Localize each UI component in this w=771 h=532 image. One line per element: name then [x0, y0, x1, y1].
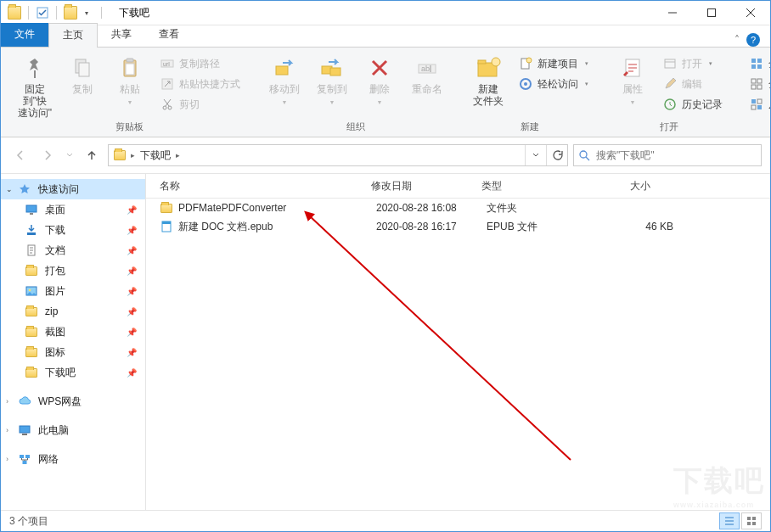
nav-dabao[interactable]: 打包📌: [1, 260, 145, 281]
rename-button[interactable]: ab 重命名: [403, 51, 451, 95]
folder-icon: [25, 266, 37, 276]
expand-icon[interactable]: ›: [6, 455, 8, 463]
table-row[interactable]: 新建 DOC 文档.epub2020-08-28 16:17EPUB 文件46 …: [146, 217, 770, 236]
history-icon: [663, 98, 677, 111]
qat-customize-dropdown[interactable]: ▾: [81, 6, 93, 20]
copy-to-button[interactable]: 复制到▼: [308, 51, 356, 109]
explorer-window: ▾ 下载吧 文件 主页 共享 查看 ˄ ? 固定到"快: [0, 0, 771, 532]
nav-desktop[interactable]: 桌面📌: [1, 199, 145, 220]
expand-icon[interactable]: ›: [6, 397, 8, 406]
delete-button[interactable]: 删除▼: [356, 51, 403, 109]
file-name: 新建 DOC 文档.epub: [178, 220, 273, 234]
new-folder-button[interactable]: 新建 文件夹: [464, 51, 512, 107]
table-row[interactable]: PDFMatePDFConverter2020-08-28 16:08文件夹: [146, 199, 770, 217]
search-input[interactable]: [594, 148, 761, 162]
tab-file[interactable]: 文件: [1, 23, 48, 47]
paste-shortcut-button[interactable]: 粘贴快捷方式: [157, 75, 244, 93]
tab-home[interactable]: 主页: [48, 23, 98, 48]
paste-button[interactable]: 粘贴 ▼: [106, 51, 154, 109]
qat-open-folder-icon[interactable]: [64, 6, 77, 20]
nav-zip[interactable]: zip📌: [1, 301, 145, 322]
svg-rect-53: [22, 434, 27, 435]
search-box[interactable]: [573, 144, 762, 166]
nav-pictures[interactable]: 图片📌: [1, 281, 145, 301]
file-date: 2020-08-28 16:17: [376, 221, 487, 232]
back-button[interactable]: [9, 144, 31, 166]
forward-button[interactable]: [37, 144, 59, 166]
view-details-button[interactable]: [719, 512, 740, 529]
select-none-button[interactable]: 全部取消: [746, 75, 771, 93]
copy-path-button[interactable]: url 复制路径: [157, 54, 244, 73]
download-icon: [25, 223, 38, 237]
svg-rect-34: [751, 64, 756, 69]
invert-selection-button[interactable]: 反向选择: [746, 95, 771, 114]
ribbon-group-new: 新建 文件夹 新建项目▾ 轻松访问▾ 新建: [459, 51, 600, 137]
nav-wps[interactable]: ›WPS网盘: [1, 391, 145, 412]
navigation-pane[interactable]: ⌄ 快速访问 桌面📌 下载📌 文档📌 打包📌 图片📌 zip📌 截图📌 图标📌 …: [1, 174, 146, 510]
address-bar[interactable]: ▸ 下载吧 ▸: [108, 144, 568, 166]
column-size[interactable]: 大小: [575, 179, 660, 193]
qat-separator: [28, 6, 29, 20]
nav-network[interactable]: ›网络: [1, 449, 145, 469]
view-icons-button[interactable]: [741, 512, 762, 529]
breadcrumb-item[interactable]: 下载吧: [140, 148, 171, 163]
epub-icon: [160, 220, 173, 233]
refresh-button[interactable]: [546, 145, 567, 165]
svg-rect-10: [126, 64, 134, 75]
nav-tubiao[interactable]: 图标📌: [1, 342, 145, 362]
nav-documents[interactable]: 文档📌: [1, 240, 145, 260]
pin-icon: 📌: [127, 205, 137, 215]
address-dropdown[interactable]: [525, 145, 546, 165]
chevron-right-icon[interactable]: ▸: [174, 151, 182, 160]
move-to-button[interactable]: 移动到▼: [261, 51, 308, 109]
easy-access-button[interactable]: 轻松访问▾: [515, 75, 592, 93]
maximize-button[interactable]: [692, 1, 731, 25]
ribbon-collapse-icon[interactable]: ˄: [734, 34, 740, 46]
qat-separator: [56, 6, 57, 20]
search-icon: [574, 149, 594, 161]
file-list[interactable]: PDFMatePDFConverter2020-08-28 16:08文件夹新建…: [146, 199, 770, 510]
nav-xiazaiba[interactable]: 下载吧📌: [1, 362, 145, 383]
easy-access-icon: [519, 77, 532, 91]
open-button[interactable]: 打开▾: [660, 54, 726, 73]
file-size: 46 KB: [588, 221, 673, 232]
chevron-right-icon[interactable]: ▸: [129, 151, 137, 160]
column-type[interactable]: 类型: [473, 179, 575, 193]
expand-icon[interactable]: ⌄: [6, 185, 13, 193]
select-all-icon: [750, 57, 763, 70]
cut-button[interactable]: 剪切: [157, 95, 244, 114]
nav-downloads[interactable]: 下载📌: [1, 220, 145, 240]
svg-rect-42: [751, 105, 756, 109]
history-button[interactable]: 历史记录: [660, 95, 726, 114]
column-name[interactable]: 名称: [146, 179, 363, 193]
properties-button[interactable]: 属性▼: [609, 51, 656, 109]
edit-button[interactable]: 编辑: [660, 75, 726, 93]
expand-icon[interactable]: ›: [6, 426, 8, 434]
svg-point-24: [492, 58, 500, 66]
help-icon[interactable]: ?: [746, 33, 760, 47]
folder-icon: [25, 307, 37, 316]
svg-rect-7: [79, 63, 89, 76]
pin-to-quick-access-button[interactable]: 固定到"快 速访问": [11, 51, 59, 119]
svg-rect-43: [757, 105, 762, 109]
copy-button[interactable]: 复制: [59, 51, 106, 95]
ribbon-group-clipboard: 固定到"快 速访问" 复制 粘贴 ▼ url: [6, 51, 252, 137]
nav-quick-access[interactable]: ⌄ 快速访问: [1, 179, 145, 199]
folder-icon: [25, 368, 37, 378]
select-all-button[interactable]: 全部选择: [746, 54, 771, 73]
recent-dropdown[interactable]: [64, 144, 76, 166]
select-none-icon: [750, 77, 763, 91]
nav-this-pc[interactable]: ›此电脑: [1, 420, 145, 440]
column-date[interactable]: 修改日期: [363, 179, 473, 193]
tab-share[interactable]: 共享: [98, 23, 145, 47]
window-controls: [653, 1, 770, 25]
nav-jietu[interactable]: 截图📌: [1, 322, 145, 342]
svg-rect-47: [30, 213, 33, 215]
up-button[interactable]: [81, 144, 103, 166]
close-button[interactable]: [731, 1, 770, 25]
file-name: PDFMatePDFConverter: [178, 202, 286, 214]
new-item-button[interactable]: 新建项目▾: [515, 54, 592, 73]
minimize-button[interactable]: [653, 1, 692, 25]
qat-properties-icon[interactable]: [36, 6, 49, 20]
tab-view[interactable]: 查看: [145, 23, 193, 47]
